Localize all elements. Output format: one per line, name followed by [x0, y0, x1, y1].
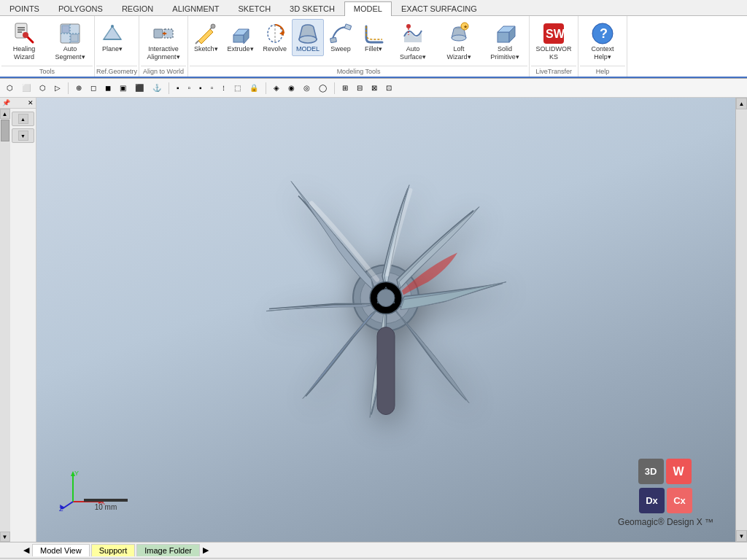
context-help-button[interactable]: ? Context Help▾ [580, 19, 625, 64]
revolve-button[interactable]: Revolve [259, 19, 292, 56]
tb-filter2[interactable]: ◉ [285, 82, 298, 93]
tab-region[interactable]: REGION [112, 1, 163, 15]
scale-label: 10 mm [95, 503, 117, 511]
tab-arrow-right[interactable]: ▶ [201, 544, 210, 556]
plane-button[interactable]: Plane▾ [96, 19, 128, 56]
tab-model[interactable]: MODEL [344, 1, 392, 16]
solid-primitive-icon [493, 22, 516, 45]
plane-icon [101, 22, 124, 45]
tb-crosshair[interactable]: ⊕ [72, 82, 85, 93]
right-scroll-up[interactable]: ▲ [736, 98, 747, 109]
sw-group-label: LiveTransfer [531, 66, 576, 77]
revolve-icon [263, 22, 287, 45]
tb-select3[interactable]: ▣ [116, 82, 130, 93]
tb-rect1[interactable]: ▪ [173, 82, 183, 93]
tb-view2[interactable]: ⊟ [353, 82, 366, 93]
auto-surface-button[interactable]: Auto Surface▾ [390, 19, 436, 64]
scroll-down[interactable]: ▼ [0, 532, 10, 542]
refgeo-group-label: Ref.Geometry [96, 66, 137, 77]
svg-marker-8 [104, 26, 121, 39]
tb-view3[interactable]: ⊠ [368, 82, 381, 93]
loft-wizard-icon: ★ [447, 22, 471, 45]
svg-point-4 [23, 32, 28, 38]
svg-text:SW: SW [546, 28, 565, 40]
svg-text:?: ? [600, 26, 608, 41]
tab-3dsketch[interactable]: 3D SKETCH [280, 1, 344, 15]
panel-scroll-up[interactable]: ▲ [18, 114, 28, 124]
tb-view4[interactable]: ⊡ [382, 82, 395, 93]
align-group-label: Align to World [141, 66, 186, 77]
tab-polygons[interactable]: POLYGONS [49, 1, 112, 15]
panel-scroll-down[interactable]: ▼ [18, 131, 28, 141]
scale-bar: 10 mm [84, 499, 128, 511]
ribbon-group-modeling: Sketch▾ Extrude▾ [188, 16, 530, 77]
tb-select2[interactable]: ◼ [101, 82, 115, 93]
tb-select1[interactable]: ◻ [87, 82, 100, 93]
tb-hexagon2[interactable]: ⬡ [36, 82, 50, 93]
tb-filter1[interactable]: ◈ [270, 82, 283, 93]
extrude-button[interactable]: Extrude▾ [223, 19, 258, 56]
tb-sep4 [334, 82, 335, 94]
tab-sketch[interactable]: SKETCH [228, 1, 280, 15]
tb-rect2[interactable]: ▫ [185, 82, 195, 93]
right-scroll: ▲ ▼ [735, 98, 747, 542]
turbine-model [196, 122, 576, 502]
help-buttons: ? Context Help▾ [580, 19, 625, 64]
ribbon-tab-bar: POINTS POLYGONS REGION ALIGNMENT SKETCH … [0, 0, 747, 16]
loft-wizard-button[interactable]: ★ Loft Wizard▾ [436, 19, 481, 64]
fillet-button[interactable]: Fillet▾ [357, 19, 390, 56]
tab-model-view[interactable]: Model View [32, 544, 90, 556]
help-group-label: Help [580, 66, 625, 77]
loft-button[interactable]: MODEL [292, 19, 324, 56]
logo-w-cube: W [666, 459, 692, 484]
tb-vert[interactable]: ⫶ [218, 82, 229, 93]
tab-points[interactable]: POINTS [0, 1, 49, 15]
tab-support[interactable]: Support [91, 544, 136, 556]
svg-text:Y: Y [74, 470, 79, 477]
ribbon-group-tools: Healing Wizard Auto Segment▾ [0, 16, 95, 77]
healing-wizard-button[interactable]: Healing Wizard [1, 19, 47, 64]
ribbon-group-align: Interactive Alignment▾ Align to World [139, 16, 188, 77]
panel-pin[interactable]: 📌 [2, 99, 10, 106]
tb-lock[interactable]: 🔒 [246, 82, 262, 93]
tab-alignment[interactable]: ALIGNMENT [163, 1, 228, 15]
sub-toolbar: ⬡ ⬜ ⬡ ▷ ⊕ ◻ ◼ ▣ ⬛ ⚓ ▪ ▫ ▪ ▫ ⫶ ⬚ 🔒 ◈ ◉ ◎ … [0, 79, 747, 98]
loft-icon [296, 22, 320, 45]
solidworks-button[interactable]: SW SOLIDWORKS [531, 19, 576, 64]
tb-anchor[interactable]: ⚓ [149, 82, 165, 93]
auto-segment-button[interactable]: Auto Segment▾ [47, 19, 93, 64]
solidworks-label: SOLIDWORKS [535, 45, 572, 61]
plane-label: Plane▾ [102, 45, 123, 53]
viewport[interactable]: X Y Z 10 mm [36, 98, 735, 542]
tab-image-folder[interactable]: Image Folder [136, 544, 200, 556]
context-help-label: Context Help▾ [584, 45, 621, 61]
sweep-icon [329, 22, 352, 45]
svg-rect-43 [377, 327, 395, 414]
tb-filter3[interactable]: ◎ [300, 82, 314, 93]
tb-square[interactable]: ⬜ [18, 82, 34, 93]
scroll-up[interactable]: ▲ [0, 109, 10, 119]
left-scroll: ▲ ▼ [0, 109, 10, 542]
scroll-thumb[interactable] [1, 120, 9, 141]
sketch-button[interactable]: Sketch▾ [190, 19, 222, 56]
tb-select4[interactable]: ⬛ [131, 82, 147, 93]
sweep-button[interactable]: Sweep [325, 19, 357, 56]
tb-horiz[interactable]: ⬚ [231, 82, 244, 93]
right-scroll-down[interactable]: ▼ [736, 530, 747, 542]
solid-primitive-button[interactable]: Solid Primitive▾ [482, 19, 527, 64]
tb-triangle[interactable]: ▷ [51, 82, 64, 93]
tab-exact-surfacing[interactable]: EXACT SURFACING [392, 1, 487, 15]
tab-arrow-left[interactable]: ◀ [22, 544, 31, 556]
svg-rect-11 [154, 29, 163, 38]
panel-close[interactable]: ✕ [28, 99, 34, 106]
svg-rect-34 [498, 32, 509, 42]
tb-view1[interactable]: ⊞ [338, 82, 352, 93]
interactive-alignment-button[interactable]: Interactive Alignment▾ [141, 19, 186, 64]
logo-3d-cube: 3D [638, 459, 664, 484]
tb-filter4[interactable]: ◯ [315, 82, 330, 93]
tb-rect3[interactable]: ▪ [196, 82, 206, 93]
svg-point-25 [299, 36, 317, 43]
tb-rect4[interactable]: ▫ [207, 82, 217, 93]
tb-hexagon[interactable]: ⬡ [3, 82, 17, 93]
refgeo-buttons: Plane▾ [96, 19, 137, 64]
